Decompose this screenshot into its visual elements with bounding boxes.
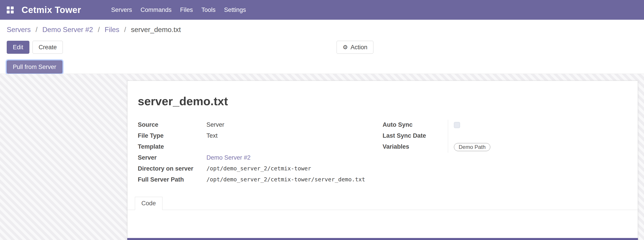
field-label-auto-sync: Auto Sync <box>382 120 448 128</box>
gear-icon: ⚙ <box>343 44 348 50</box>
field-group-right: Auto Sync Last Sync Date Variables Demo … <box>382 120 628 186</box>
auto-sync-checkbox[interactable] <box>454 122 460 128</box>
breadcrumb-servers[interactable]: Servers <box>7 26 31 34</box>
breadcrumb-current-file: server_demo.txt <box>131 26 181 34</box>
field-value-file-type: Text <box>206 131 382 139</box>
apps-grid-icon[interactable] <box>7 6 14 13</box>
field-label-last-sync-date: Last Sync Date <box>382 131 448 139</box>
field-row-file-type: File Type Text <box>138 131 382 142</box>
field-row-template: Template <box>138 142 382 153</box>
create-button[interactable]: Create <box>32 41 63 54</box>
breadcrumb-separator: / <box>98 26 100 34</box>
server-actions-row: Pull from Server <box>7 60 637 73</box>
top-navbar: Cetmix Tower Servers Commands Files Tool… <box>0 0 644 20</box>
menu-item-servers[interactable]: Servers <box>107 0 136 20</box>
app-brand[interactable]: Cetmix Tower <box>22 5 81 15</box>
form-sheet: server_demo.txt Source Server File Type … <box>127 81 638 240</box>
field-label-directory: Directory on server <box>138 164 206 172</box>
breadcrumb-separator: / <box>36 26 38 34</box>
field-label-source: Source <box>138 120 206 128</box>
breadcrumb-files[interactable]: Files <box>104 26 119 34</box>
server-link[interactable]: Demo Server #2 <box>206 154 251 161</box>
field-label-full-path: Full Server Path <box>138 175 206 183</box>
field-value-last-sync-date <box>448 131 628 142</box>
breadcrumb-demo-server-2[interactable]: Demo Server #2 <box>42 26 93 34</box>
breadcrumb-separator: / <box>124 26 126 34</box>
field-row-variables: Variables Demo Path <box>382 142 628 153</box>
field-value-source: Server <box>206 120 382 128</box>
pull-from-server-button[interactable]: Pull from Server <box>7 60 62 73</box>
notebook-tabs: Code <box>128 197 638 210</box>
control-buttons-row: Edit Create ⚙ Action <box>7 41 637 54</box>
main-menu: Servers Commands Files Tools Settings <box>107 0 250 20</box>
variable-tag-demo-path[interactable]: Demo Path <box>454 143 490 151</box>
field-value-template <box>206 142 382 143</box>
menu-item-settings[interactable]: Settings <box>220 0 250 20</box>
breadcrumb: Servers / Demo Server #2 / Files / serve… <box>0 20 644 34</box>
edit-button[interactable]: Edit <box>7 41 30 54</box>
menu-item-commands[interactable]: Commands <box>136 0 176 20</box>
field-row-server: Server Demo Server #2 <box>138 153 382 164</box>
action-button-label: Action <box>350 44 367 51</box>
control-panel: Servers / Demo Server #2 / Files / serve… <box>0 20 644 74</box>
code-editor-area[interactable] <box>138 210 628 237</box>
app-window: Cetmix Tower Servers Commands Files Tool… <box>0 0 644 240</box>
field-label-variables: Variables <box>382 142 448 150</box>
field-label-server: Server <box>138 153 206 161</box>
field-groups: Source Server File Type Text Template Se… <box>138 120 628 186</box>
field-value-full-path: /opt/demo_server_2/cetmix-tower/server_d… <box>206 175 382 183</box>
tab-code[interactable]: Code <box>135 197 162 210</box>
field-row-last-sync-date: Last Sync Date <box>382 131 628 142</box>
code-editor-strip <box>127 238 638 240</box>
field-group-left: Source Server File Type Text Template Se… <box>138 120 382 186</box>
field-value-directory: /opt/demo_server_2/cetmix-tower <box>206 164 382 172</box>
field-row-auto-sync: Auto Sync <box>382 120 628 131</box>
field-row-directory: Directory on server /opt/demo_server_2/c… <box>138 164 382 175</box>
field-row-source: Source Server <box>138 120 382 131</box>
file-title: server_demo.txt <box>138 94 628 108</box>
field-label-file-type: File Type <box>138 131 206 139</box>
content-area: server_demo.txt Source Server File Type … <box>0 74 644 240</box>
field-label-template: Template <box>138 142 206 150</box>
menu-item-tools[interactable]: Tools <box>197 0 220 20</box>
menu-item-files[interactable]: Files <box>176 0 197 20</box>
field-row-full-path: Full Server Path /opt/demo_server_2/cetm… <box>138 175 382 186</box>
action-button[interactable]: ⚙ Action <box>336 41 374 54</box>
